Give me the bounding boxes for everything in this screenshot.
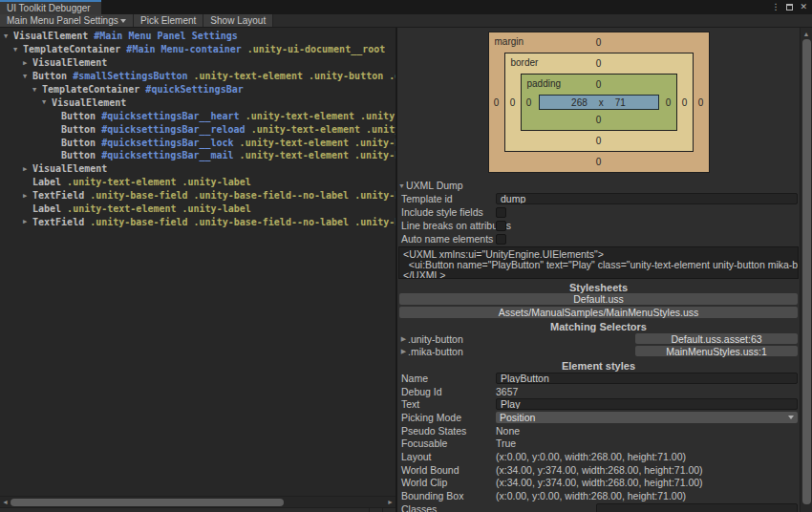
tree-row[interactable]: Label.unity-text-element .unity-label: [0, 176, 395, 189]
content-height: 71: [615, 97, 626, 108]
style-row-label: World Clip: [397, 477, 496, 488]
tree-row[interactable]: ▼TemplateContainer#quickSettingsBar: [0, 83, 395, 96]
style-value-text: (x:0.00, y:0.00, width:268.00, height:71…: [496, 451, 686, 462]
foldout-closed-icon[interactable]: ▶: [23, 59, 32, 67]
titlebar-spacer: [101, 0, 771, 14]
uxml-dump-title: UXML Dump: [406, 180, 463, 191]
foldout-closed-icon[interactable]: ▶: [399, 348, 408, 355]
checkbox-unchecked[interactable]: [496, 207, 506, 218]
foldout-open-icon[interactable]: ▼: [23, 73, 32, 80]
selector-source-button[interactable]: MainMenuStyles.uss:1: [635, 346, 798, 356]
scroll-left-icon[interactable]: ◄: [0, 499, 11, 505]
horizontal-scrollbar[interactable]: ◄ ►: [0, 496, 395, 507]
tree-row[interactable]: Button#quicksettingsBar__mail.unity-text…: [0, 149, 395, 162]
foldout-open-icon[interactable]: ▼: [4, 32, 13, 40]
element-id: #Main Menu-container: [126, 44, 241, 54]
tree-row[interactable]: Button#quicksettingsBar__heart.unity-tex…: [0, 109, 395, 122]
stylesheet-button[interactable]: Assets/ManualSamples/MainMenuStyles.uss: [399, 307, 798, 318]
foldout-open-icon[interactable]: ▼: [42, 98, 52, 106]
element-classes: .unity-text-element .unity-button .: [240, 138, 395, 148]
style-value-text: (x:34.00, y:374.00, width:268.00, height…: [496, 464, 703, 476]
search-next-button[interactable]: >: [382, 508, 395, 512]
selector-list: ▶.unity-buttonDefault.uss.asset:63▶.mika…: [397, 332, 800, 357]
tree-row[interactable]: ▼VisualElement#Main Menu Panel Settings: [0, 30, 395, 43]
tree-row[interactable]: ▶VisualElement: [0, 56, 395, 70]
window-tab[interactable]: UI Toolkit Debugger: [0, 0, 101, 14]
tree-row[interactable]: ▶TextField.unity-base-field .unity-base-…: [0, 189, 395, 203]
uxml-option-row: Include style fields: [397, 205, 800, 219]
tree-row[interactable]: Label.unity-text-element .unity-label: [0, 203, 395, 216]
checkbox-unchecked[interactable]: [496, 234, 506, 245]
uxml-checkbox-rows: Include style fieldsLine breaks on attri…: [397, 205, 800, 245]
uxml-dump-foldout[interactable]: ▼ UXML Dump: [397, 179, 800, 192]
tree-row[interactable]: ▼Button#smallSettingsButton.unity-text-e…: [0, 70, 395, 83]
box-model-margin: margin 0 0 border 0 0: [488, 32, 710, 173]
style-row-text: TextPlay: [397, 397, 800, 411]
uxml-code-block[interactable]: <UXML xmlns:ui="UnityEngine.UIElements">…: [398, 246, 799, 279]
element-type: Label: [32, 177, 61, 187]
element-classes: .unity-text-element .unity-button .: [240, 150, 395, 160]
vertical-scrollbar[interactable]: ▲ ▼: [800, 28, 812, 512]
tree-row[interactable]: ▶TextField.unity-base-field .unity-base-…: [0, 215, 395, 228]
style-row-label: Layout: [397, 451, 496, 462]
dropdown-value: Position: [500, 412, 535, 423]
foldout-closed-icon[interactable]: ▶: [23, 218, 32, 225]
search-prev-button[interactable]: <: [369, 508, 382, 512]
padding-top-value: 0: [596, 79, 602, 90]
tree-row[interactable]: Button#quicksettingsBar__reload.unity-te…: [0, 122, 395, 136]
picking-mode-dropdown[interactable]: Position: [496, 412, 798, 423]
uxml-option-label: Include style fields: [397, 206, 496, 218]
tree-row[interactable]: ▼VisualElement: [0, 96, 395, 109]
tree-row[interactable]: ▼TemplateContainer#Main Menu-container.u…: [0, 43, 395, 56]
tree-row[interactable]: ▶VisualElement: [0, 162, 395, 176]
foldout-closed-icon[interactable]: ▶: [399, 335, 408, 343]
element-classes: .unity-text-element .unity-label: [67, 203, 251, 214]
foldout-closed-icon[interactable]: ▶: [23, 192, 32, 200]
box-model-diagram: margin 0 0 border 0 0: [488, 32, 710, 173]
style-row-label: Classes: [397, 503, 496, 512]
foldout-open-icon[interactable]: ▼: [13, 46, 23, 53]
template-id-label: Template id: [397, 193, 496, 204]
style-row-picking-mode: Picking ModePosition: [397, 411, 800, 424]
style-value-field[interactable]: [596, 503, 798, 512]
foldout-open-icon: ▼: [397, 182, 406, 189]
debugger-toolbar: Main Menu Panel Settings Pick Element Sh…: [0, 14, 812, 28]
pick-element-button[interactable]: Pick Element: [134, 14, 203, 27]
style-value-field[interactable]: Play: [496, 398, 798, 410]
style-value-field[interactable]: PlayButton: [496, 373, 798, 384]
panel-picker-dropdown[interactable]: Main Menu Panel Settings: [0, 14, 134, 27]
uxml-option-label: Line breaks on attributes: [397, 220, 496, 231]
padding-bottom-value: 0: [596, 115, 602, 125]
vscroll-thumb[interactable]: [802, 39, 811, 504]
element-id: #smallSettingsButton: [73, 71, 187, 81]
uxml-code-line: </UXML>: [403, 270, 794, 279]
margin-right-value: 0: [698, 97, 704, 108]
ui-toolkit-debugger-window: UI Toolkit Debugger ⋮ ✕ Main Menu Panel …: [0, 0, 812, 512]
box-model-border: border 0 0 padding: [504, 53, 694, 152]
element-classes: .unity-text-element .unity-button: [251, 124, 395, 135]
show-layout-button[interactable]: Show Layout: [203, 14, 273, 27]
uxml-option-label: Auto name elements: [397, 233, 496, 245]
element-id: #quicksettingsBar__lock: [101, 138, 233, 148]
scroll-right-icon[interactable]: ►: [385, 499, 395, 505]
border-top-value: 0: [596, 58, 602, 69]
element-type: Button: [61, 138, 96, 148]
close-icon[interactable]: ✕: [800, 3, 807, 11]
selector-source-button[interactable]: Default.uss.asset:63: [635, 333, 798, 344]
hscroll-thumb[interactable]: [11, 499, 284, 506]
checkbox-unchecked[interactable]: [496, 221, 506, 231]
element-styles-list: NamePlayButtonDebug Id3657TextPlayPickin…: [397, 372, 800, 512]
foldout-open-icon[interactable]: ▼: [32, 86, 42, 94]
hscroll-track[interactable]: [11, 498, 385, 507]
menu-dots-icon[interactable]: ⋮: [771, 3, 780, 11]
box-model-content: 268 x 71: [539, 95, 659, 110]
template-id-field[interactable]: dump: [496, 193, 798, 204]
element-id: #quicksettingsBar__reload: [101, 124, 246, 135]
maximize-icon[interactable]: [786, 4, 793, 11]
tree-row[interactable]: Button#quicksettingsBar__lock.unity-text…: [0, 136, 395, 149]
stylesheet-button[interactable]: Default.uss: [399, 293, 798, 305]
search-input[interactable]: [0, 508, 369, 512]
scroll-up-icon[interactable]: ▲: [803, 28, 810, 39]
foldout-closed-icon[interactable]: ▶: [23, 165, 32, 173]
padding-label: padding: [527, 78, 562, 89]
